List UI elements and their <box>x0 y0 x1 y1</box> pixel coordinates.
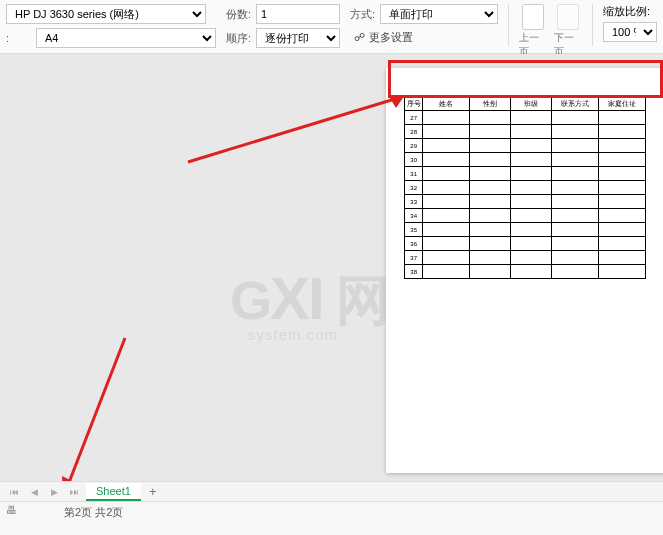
table-row: 28 <box>405 125 646 139</box>
th-class: 班级 <box>511 97 552 111</box>
tab-prev-button[interactable]: ◀ <box>26 485 42 499</box>
copies-input[interactable] <box>256 4 340 24</box>
paper-prefix: : <box>6 32 32 44</box>
table-row: 35 <box>405 223 646 237</box>
table-row: 33 <box>405 195 646 209</box>
table-row: 36 <box>405 237 646 251</box>
table-row: 38 <box>405 265 646 279</box>
next-page-button: 下一页 <box>554 4 582 59</box>
table-row: 29 <box>405 139 646 153</box>
mode-label: 方式: <box>350 7 376 22</box>
prev-page-button[interactable]: 上一页 <box>519 4 547 59</box>
more-settings-button[interactable]: ☍ 更多设置 <box>350 28 417 47</box>
zoom-select[interactable]: 100 % <box>603 22 657 42</box>
order-select[interactable]: 逐份打印 <box>256 28 340 48</box>
zoom-label: 缩放比例: <box>603 4 657 19</box>
page-next-icon <box>557 4 579 30</box>
paper-select[interactable]: A4 <box>36 28 216 48</box>
th-name: 姓名 <box>423 97 470 111</box>
print-toolbar: HP DJ 3630 series (网络) : A4 份数: 顺序: 逐份打印… <box>0 0 663 54</box>
th-contact: 联系方式 <box>552 97 599 111</box>
table-row: 31 <box>405 167 646 181</box>
print-icon: 🖶 <box>6 504 22 520</box>
th-gender: 性别 <box>470 97 511 111</box>
watermark-sub: system.com <box>248 326 338 343</box>
table-header-row: 序号 姓名 性别 班级 联系方式 家庭住址 <box>405 97 646 111</box>
tab-last-button[interactable]: ⏭ <box>66 485 82 499</box>
toolbar-divider <box>508 4 509 46</box>
table-row: 32 <box>405 181 646 195</box>
sheet-tab-active[interactable]: Sheet1 <box>86 483 141 501</box>
printer-select[interactable]: HP DJ 3630 series (网络) <box>6 4 206 24</box>
page-info: 第2页 共2页 <box>32 504 123 520</box>
table-row: 30 <box>405 153 646 167</box>
order-label: 顺序: <box>226 31 252 46</box>
mode-select[interactable]: 单面打印 <box>380 4 498 24</box>
tab-next-button[interactable]: ▶ <box>46 485 62 499</box>
table-row: 37 <box>405 251 646 265</box>
copies-label: 份数: <box>226 7 252 22</box>
toolbar-divider-2 <box>592 4 593 46</box>
th-index: 序号 <box>405 97 423 111</box>
table-row: 34 <box>405 209 646 223</box>
preview-table: 序号 姓名 性别 班级 联系方式 家庭住址 27 28 29 30 31 32 … <box>404 96 646 279</box>
watermark: GXI 网 <box>230 264 388 338</box>
page-prev-icon <box>522 4 544 30</box>
tab-first-button[interactable]: ⏮ <box>6 485 22 499</box>
sheet-tabs: ⏮ ◀ ▶ ⏭ Sheet1 + <box>0 481 663 501</box>
page-preview: 序号 姓名 性别 班级 联系方式 家庭住址 27 28 29 30 31 32 … <box>386 68 663 473</box>
preview-area: GXI 网 system.com 序号 姓名 性别 班级 联系方式 家庭住址 2… <box>0 54 663 483</box>
add-sheet-button[interactable]: + <box>145 484 161 499</box>
more-settings-label: 更多设置 <box>369 30 413 45</box>
link-icon: ☍ <box>354 31 365 44</box>
table-row: 27 <box>405 111 646 125</box>
th-address: 家庭住址 <box>599 97 646 111</box>
status-bar: 🖶 第2页 共2页 <box>0 501 663 535</box>
